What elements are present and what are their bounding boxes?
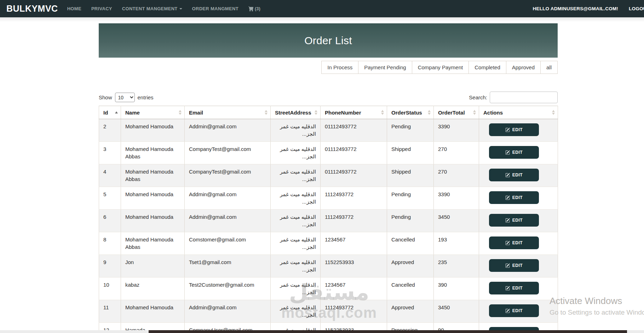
filter-tab-in-process[interactable]: In Process	[321, 61, 358, 74]
horizontal-scrollbar-thumb[interactable]	[149, 330, 627, 333]
pencil-square-icon	[505, 173, 510, 177]
cell-actions: EDIT	[479, 300, 558, 323]
edit-button[interactable]: EDIT	[489, 146, 539, 159]
table-controls: Show 10 entries Search:	[99, 91, 558, 104]
cell-phone: 1112493772	[321, 300, 387, 323]
edit-button-label: EDIT	[512, 263, 523, 268]
column-header-phonenumber[interactable]: PhoneNumber	[321, 106, 387, 119]
cell-street-address: الدقليه ميت غمر الجز...	[271, 142, 321, 164]
cell-order-total: 390	[434, 278, 479, 300]
edit-button-label: EDIT	[512, 127, 523, 132]
edit-button[interactable]: EDIT	[489, 123, 539, 136]
edit-button[interactable]: EDIT	[489, 304, 539, 317]
cell-id: 10	[99, 278, 121, 300]
column-header-orderstatus[interactable]: OrderStatus	[387, 106, 434, 119]
edit-button[interactable]: EDIT	[489, 282, 539, 294]
cell-order-status: Pending	[387, 187, 434, 210]
street-line-2: الجز...	[275, 243, 316, 251]
cell-street-address: الدقليه ميت غمر الجز...	[271, 164, 321, 187]
pencil-square-icon	[505, 263, 510, 268]
street-line-1: الدقليه ميت غمر	[275, 281, 316, 288]
cell-order-total: 3390	[434, 187, 479, 210]
edit-button[interactable]: EDIT	[489, 236, 539, 249]
filter-tab-all[interactable]: all	[540, 61, 558, 74]
pencil-square-icon	[505, 218, 510, 223]
cell-order-total: 270	[434, 142, 479, 164]
nav-links: HOMEPRIVACYCONTENT MANGEMENTORDER MANGME…	[67, 6, 238, 11]
table-row: 4 Mohamed Hamouda Abbas CompanyTest@gmai…	[99, 164, 558, 187]
cell-street-address: الدقليه ميت غمر الجز...	[271, 255, 321, 278]
page-size-select[interactable]: 10	[115, 93, 135, 102]
cart-button[interactable]: (3)	[248, 6, 260, 11]
column-header-email[interactable]: Email	[185, 106, 271, 119]
activate-windows-subtitle: Go to Settings to activate Window	[550, 309, 644, 316]
edit-button-label: EDIT	[512, 240, 523, 245]
cell-order-status: Shipped	[387, 164, 434, 187]
brand-logo[interactable]: BULKYMVC	[6, 4, 58, 14]
street-line-1: الدقليه ميت غمر	[275, 258, 316, 266]
nav-link-privacy[interactable]: PRIVACY	[91, 6, 112, 11]
search-input[interactable]	[490, 92, 558, 103]
cell-phone: 1112493772	[321, 210, 387, 232]
cell-email: Addmin@gmail.com	[185, 210, 271, 232]
cell-street-address: الدقليه ميت غمر الجز...	[271, 232, 321, 255]
top-shadow	[0, 17, 644, 22]
cell-phone: 1112493772	[321, 187, 387, 210]
table-row: 2 Mohamed Hamouda Addmin@gmail.com الدقل…	[99, 119, 558, 142]
column-header-name[interactable]: Name	[121, 106, 185, 119]
cell-email: Addmin@gmail.com	[185, 119, 271, 142]
street-line-2: الجز...	[275, 221, 316, 228]
sort-icon	[265, 110, 268, 115]
edit-button-label: EDIT	[512, 218, 523, 223]
cell-id: 6	[99, 210, 121, 232]
cell-id: 8	[99, 232, 121, 255]
column-header-actions[interactable]: Actions	[479, 106, 558, 119]
nav-link-home[interactable]: HOME	[67, 6, 81, 11]
cell-phone: 01112493772	[321, 164, 387, 187]
table-row: 10 kabaz Test2Customer@gmail.com الدقليه…	[99, 278, 558, 300]
column-header-streetaddress[interactable]: StreetAddress	[271, 106, 321, 119]
nav-link-order-mangment[interactable]: ORDER MANGMENT	[192, 6, 238, 11]
sort-icon	[552, 110, 555, 115]
logout-button[interactable]: LOGOUT	[629, 6, 644, 11]
cell-order-total: 3450	[434, 210, 479, 232]
edit-button[interactable]: EDIT	[489, 169, 539, 181]
cell-order-status: Approved	[387, 255, 434, 278]
navbar: BULKYMVC HOMEPRIVACYCONTENT MANGEMENTORD…	[0, 0, 644, 17]
show-entries: Show 10 entries	[99, 93, 154, 102]
horizontal-scrollbar[interactable]	[0, 330, 644, 333]
cell-name: kabaz	[121, 278, 185, 300]
cell-name: Mohamed Hamouda Abbas	[121, 142, 185, 164]
edit-button[interactable]: EDIT	[489, 214, 539, 227]
street-line-1: الدقليه ميت غمر	[275, 236, 316, 243]
filter-tab-approved[interactable]: Approved	[506, 61, 541, 74]
street-line-2: الجز...	[275, 288, 316, 296]
edit-button-label: EDIT	[512, 150, 523, 155]
sort-icon	[315, 110, 317, 115]
cell-order-total: 270	[434, 164, 479, 187]
filter-tab-company-payment[interactable]: Company Payment	[412, 61, 469, 74]
entries-label: entries	[138, 94, 154, 100]
edit-button[interactable]: EDIT	[489, 191, 539, 204]
cell-actions: EDIT	[479, 210, 558, 232]
street-line-2: الجز...	[275, 130, 316, 138]
street-line-1: الدقليه ميت غمر	[275, 145, 316, 153]
nav-link-content-mangement[interactable]: CONTENT MANGEMENT	[122, 6, 182, 11]
filter-tab-completed[interactable]: Completed	[468, 61, 506, 74]
column-header-ordertotal[interactable]: OrderTotal	[434, 106, 479, 119]
filter-tab-payment-pending[interactable]: Payment Pending	[358, 61, 412, 74]
cell-phone: 01112493772	[321, 119, 387, 142]
cell-email: Test2Customer@gmail.com	[185, 278, 271, 300]
cell-actions: EDIT	[479, 187, 558, 210]
edit-button[interactable]: EDIT	[489, 259, 539, 272]
street-line-1: الدقليه ميت غمر	[275, 168, 316, 175]
cell-email: Addmin@gmail.com	[185, 187, 271, 210]
cart-icon	[248, 6, 254, 11]
cell-order-status: Approved	[387, 300, 434, 323]
show-label: Show	[99, 94, 112, 100]
street-line-2: الجز...	[275, 198, 316, 205]
user-greeting[interactable]: HELLO ADMINUSERS@GMAIL.COM!	[533, 6, 618, 11]
column-header-id[interactable]: Id	[99, 106, 121, 119]
street-line-1: الدقليه ميت غمر	[275, 213, 316, 221]
cell-actions: EDIT	[479, 119, 558, 142]
